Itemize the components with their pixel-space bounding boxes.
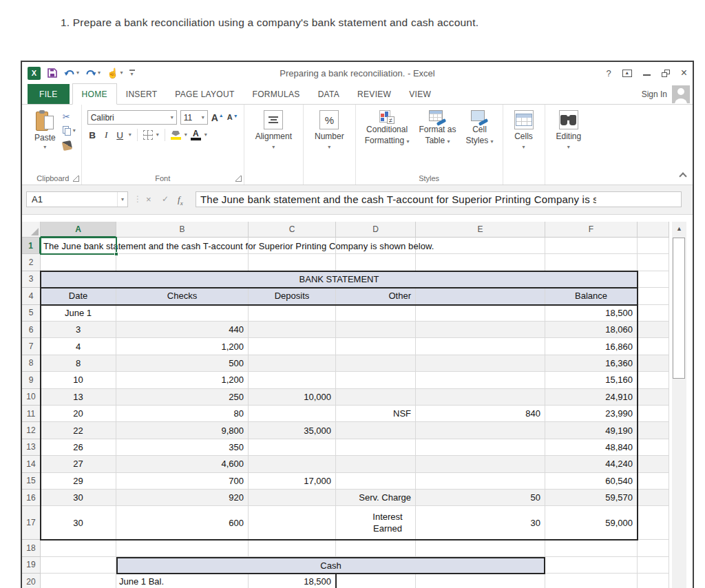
cell-E14[interactable] — [416, 456, 545, 472]
bold-button[interactable]: B — [87, 130, 98, 140]
italic-button[interactable]: I — [101, 129, 112, 140]
cell-G4[interactable] — [638, 288, 669, 304]
cell-D5[interactable] — [336, 305, 416, 322]
cell-D6[interactable] — [336, 322, 416, 338]
cell-F12[interactable]: 49,190 — [545, 422, 638, 439]
undo-button[interactable]: ▾ — [64, 69, 79, 78]
column-header-C[interactable]: C — [249, 222, 336, 238]
cell-E17[interactable]: 30 — [416, 506, 545, 540]
row-header-18[interactable]: 18 — [22, 540, 41, 556]
cell-D18[interactable] — [336, 540, 416, 556]
number-dropdown-icon[interactable]: ▾ — [328, 145, 330, 150]
row-header-17[interactable]: 17 — [22, 506, 41, 540]
alignment-dropdown-icon[interactable]: ▾ — [272, 145, 275, 150]
cell-A7[interactable]: 4 — [41, 338, 116, 355]
cell-D7[interactable] — [336, 338, 416, 355]
cell-F5[interactable]: 18,500 — [545, 305, 638, 322]
cell-C9[interactable] — [249, 372, 336, 388]
editing-dropdown-icon[interactable]: ▾ — [567, 145, 570, 150]
restore-button[interactable] — [662, 70, 670, 77]
cell-B6[interactable]: 440 — [116, 322, 249, 338]
cell-C16[interactable] — [249, 490, 336, 506]
paste-button[interactable]: Paste ▾ — [30, 109, 60, 151]
format-painter-button[interactable] — [63, 140, 76, 151]
font-name-select[interactable]: Calibri▾ — [87, 110, 177, 125]
cell-F6[interactable]: 18,060 — [545, 322, 638, 338]
borders-dropdown-icon[interactable]: ▾ — [156, 132, 159, 138]
sign-in-area[interactable]: Sign In — [642, 84, 693, 104]
cell-C5[interactable] — [249, 305, 336, 322]
row-header-15[interactable]: 15 — [22, 473, 41, 490]
tab-formulas[interactable]: FORMULAS — [244, 84, 309, 104]
vertical-scrollbar[interactable]: ▲ — [672, 222, 686, 588]
cell-D16[interactable]: Serv. Charge — [336, 490, 416, 506]
clipboard-dialog-launcher-icon[interactable] — [73, 176, 79, 182]
cf-dropdown-icon[interactable]: ▾ — [406, 138, 409, 145]
cash-title-cell[interactable]: Cash — [116, 557, 545, 574]
cell-C4[interactable]: Deposits — [249, 288, 336, 304]
cell-F7[interactable]: 16,860 — [545, 338, 638, 355]
cell-D11[interactable]: NSF — [336, 406, 416, 422]
user-avatar-icon[interactable] — [672, 85, 690, 103]
font-size-select[interactable]: 11▾ — [180, 110, 208, 125]
row-header-10[interactable]: 10 — [22, 389, 41, 406]
tab-data[interactable]: DATA — [309, 84, 348, 104]
row-header-8[interactable]: 8 — [22, 355, 41, 372]
name-box[interactable]: A1 ▾ — [26, 191, 128, 207]
row-header-3[interactable]: 3 — [22, 271, 41, 288]
cell-E15[interactable] — [416, 473, 545, 490]
cell-C17[interactable] — [249, 506, 336, 540]
cell-A2[interactable] — [41, 254, 116, 271]
touch-dropdown-icon[interactable]: ▾ — [120, 70, 123, 76]
cell-E6[interactable] — [416, 322, 545, 338]
formula-bar-input[interactable]: The June bank statement and the cash T-a… — [196, 191, 682, 207]
row-header-1[interactable]: 1 — [22, 238, 41, 254]
cell-C10[interactable]: 10,000 — [249, 389, 336, 406]
cell-E16[interactable]: 50 — [416, 490, 545, 506]
fill-color-button[interactable] — [171, 131, 181, 140]
row-header-13[interactable]: 13 — [22, 439, 41, 456]
cell-F14[interactable]: 44,240 — [545, 456, 638, 472]
cell-B17[interactable]: 600 — [116, 506, 249, 540]
cell-C6[interactable] — [249, 322, 336, 338]
cell-G13[interactable] — [638, 439, 669, 456]
scrollbar-thumb[interactable] — [673, 238, 685, 379]
cell-B14[interactable]: 4,600 — [116, 456, 249, 472]
cell-C20[interactable]: 18,500 — [249, 574, 336, 588]
column-header-G[interactable] — [638, 222, 669, 238]
row-header-11[interactable]: 11 — [22, 406, 41, 422]
row-header-9[interactable]: 9 — [22, 372, 41, 388]
fill-color-dropdown-icon[interactable]: ▾ — [185, 132, 187, 138]
ribbon-display-options-button[interactable]: ▲ — [622, 70, 632, 77]
font-color-dropdown-icon[interactable]: ▾ — [204, 132, 207, 138]
cell-A17[interactable]: 30 — [41, 506, 116, 540]
fat-dropdown-icon[interactable]: ▾ — [447, 138, 450, 145]
cell-B11[interactable]: 80 — [116, 406, 249, 422]
tab-page-layout[interactable]: PAGE LAYOUT — [166, 84, 243, 104]
cell-E18[interactable] — [416, 540, 545, 556]
row-header-20[interactable]: 20 — [22, 574, 41, 588]
row-header-19[interactable]: 19 — [22, 557, 41, 574]
cell-G15[interactable] — [638, 473, 669, 490]
column-header-E[interactable]: E — [416, 222, 545, 238]
row-header-7[interactable]: 7 — [22, 338, 41, 355]
cell-D13[interactable] — [336, 439, 416, 456]
cell-C12[interactable]: 35,000 — [249, 422, 336, 439]
cells-button[interactable]: Cells ▾ — [509, 109, 539, 151]
cell-F17[interactable]: 59,000 — [545, 506, 638, 540]
cell-G11[interactable] — [638, 406, 669, 422]
cell-G14[interactable] — [638, 456, 669, 472]
cell-D12[interactable] — [336, 422, 416, 439]
number-button[interactable]: % Number ▾ — [309, 109, 350, 151]
conditional-formatting-button[interactable]: ≠ Conditional Formatting ▾ — [361, 110, 413, 146]
cell-G17[interactable] — [638, 506, 669, 540]
cell-B7[interactable]: 1,200 — [116, 338, 249, 355]
cell-A13[interactable]: 26 — [41, 439, 116, 456]
copy-dropdown-icon[interactable]: ▾ — [73, 128, 76, 134]
cell-F10[interactable]: 24,910 — [545, 389, 638, 406]
cell-A11[interactable]: 20 — [41, 406, 116, 422]
tab-home[interactable]: HOME — [72, 83, 117, 105]
cell-G19[interactable] — [638, 557, 669, 574]
cell-E5[interactable] — [416, 305, 545, 322]
cell-A5[interactable]: June 1 — [41, 305, 116, 322]
